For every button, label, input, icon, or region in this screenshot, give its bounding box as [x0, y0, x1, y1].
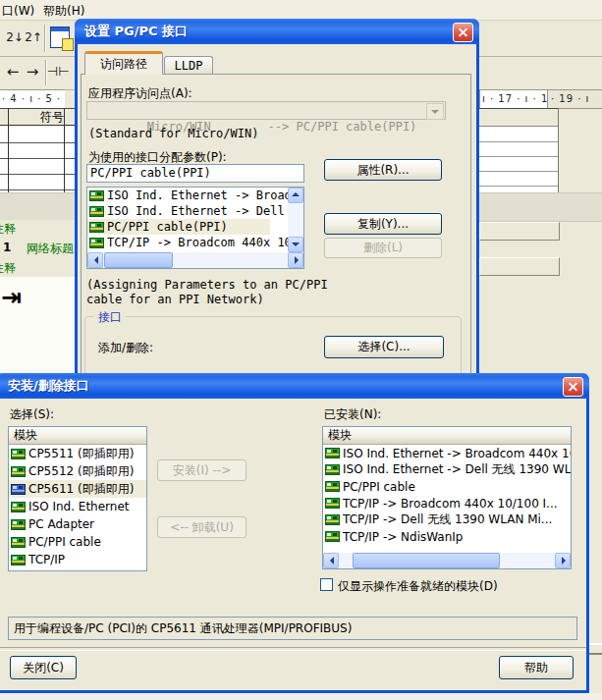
network-card-icon	[11, 555, 26, 565]
install-button[interactable]: 安装(I) -->	[157, 459, 246, 481]
ruler-right-b: · 19 · ı	[547, 89, 602, 109]
network-card-icon	[325, 448, 340, 458]
network-card-icon	[11, 519, 26, 530]
available-modules-listbox[interactable]: 模块 CP5511 (即插即用) CP5512 (即插即用) CP5611 (即…	[8, 426, 147, 571]
comment-row-right	[479, 257, 560, 276]
list-item[interactable]: PC/PPI cable	[9, 533, 146, 551]
app-access-point-combobox: Micro/WIN --> PC/PPI cable(PPI)	[86, 101, 446, 120]
module-column-header[interactable]: 模块	[323, 427, 571, 445]
network-card-icon-selected	[11, 484, 26, 495]
screen: 口(W) 帮助(H) 2↓ 2↑ ← → ⊣⊢ · 4 · ı · 5 · ı …	[0, 0, 602, 700]
select-button[interactable]: 选择(C)...	[324, 336, 444, 358]
symbol-table: 符号	[0, 108, 75, 193]
show-ready-checkbox-label[interactable]: 仅显示操作准备就绪的模块(D)	[338, 578, 498, 595]
copy-button[interactable]: 复制(Y)...	[324, 213, 442, 235]
arrow-right-icon[interactable]: →	[23, 62, 42, 81]
list-item[interactable]: PC/PPI cable	[323, 478, 571, 495]
menu-item-help[interactable]: 帮助(H)	[43, 3, 84, 20]
network-card-icon	[325, 464, 340, 475]
tab-lldp[interactable]: LLDP	[164, 56, 213, 75]
help-button[interactable]: 帮助	[499, 656, 574, 679]
list-item[interactable]: PC Adapter	[9, 515, 146, 533]
scroll-right-icon[interactable]	[555, 553, 571, 568]
app-access-point-label: 应用程序访问点(A):	[88, 85, 192, 102]
list-item[interactable]: ISO Ind. Ethernet -> Dell 无线 1390 WLAN M…	[323, 461, 571, 478]
select-label: 选择(S):	[10, 406, 54, 423]
ruler-left: · 4 · ı · 5 · ı	[0, 89, 65, 109]
dialog1-body: 访问路径 LLDP 应用程序访问点(A): Micro/WIN --> PC/P…	[78, 44, 476, 377]
params-input[interactable]: PC/PPI cable(PPI)	[86, 164, 304, 183]
scrollbar-thumb[interactable]	[104, 252, 173, 268]
list-item[interactable]: TCP/IP	[9, 551, 146, 568]
interface-listbox[interactable]: ISO Ind. Ethernet -> Broadcc ISO Ind. Et…	[86, 187, 304, 269]
properties-button[interactable]: 属性(R)...	[324, 159, 442, 181]
list-item[interactable]: ISO Ind. Ethernet -> Dell 无	[87, 203, 303, 219]
dialog1-title: 设置 PG/PC 接口	[75, 24, 188, 38]
list-item[interactable]: CP5512 (即插即用)	[9, 462, 146, 480]
dialog2-body: 选择(S): 已安装(N): 模块 CP5511 (即插即用) CP5512 (…	[0, 399, 586, 690]
dialog2-close-icon[interactable]	[563, 377, 583, 397]
list-item[interactable]: TCP/IP -> Broadcom 440x 10/100 I...	[323, 495, 571, 512]
sort-ascending-icon[interactable]: 2↑	[24, 27, 43, 47]
network-card-icon	[325, 514, 340, 525]
module-column-header[interactable]: 模块	[9, 427, 146, 445]
network-card-icon	[325, 531, 340, 542]
list-item[interactable]: TCP/IP -> Dell 无线 1390 WLAN Mi...	[323, 512, 571, 528]
network-card-icon	[11, 537, 26, 548]
dialog2-titlebar[interactable]: 安装/删除接口	[0, 373, 589, 399]
scroll-up-icon[interactable]	[288, 188, 303, 203]
vertical-scrollbar[interactable]	[288, 188, 303, 252]
tab-access-path[interactable]: 访问路径	[84, 51, 163, 75]
network-card-icon	[325, 498, 340, 509]
network-title-row: 1 网络标题	[0, 239, 75, 257]
add-remove-label: 添加/删除:	[98, 340, 153, 356]
ruler-right-a: ı · 17 · ı · 18 ·	[479, 89, 547, 109]
list-item[interactable]: ISO Ind. Ethernet -> Broadcc	[87, 188, 303, 203]
chevron-down-icon	[426, 103, 444, 120]
installed-modules-listbox[interactable]: 模块 ISO Ind. Ethernet -> Broadcom 440x 10…	[322, 426, 572, 569]
scrollbar-thumb[interactable]	[353, 553, 500, 568]
list-item-selected[interactable]: CP5611 (即插即用)	[9, 480, 146, 498]
close-button[interactable]: 关闭(C)	[10, 656, 77, 679]
background-edge	[587, 638, 602, 662]
arrow-left-icon[interactable]: ←	[3, 62, 23, 81]
network-card-icon	[89, 238, 104, 248]
horizontal-scrollbar[interactable]	[87, 252, 303, 268]
scroll-right-icon[interactable]	[288, 252, 303, 268]
menu-bar: 口(W) 帮助(H)	[0, 0, 602, 21]
window-copy-icon[interactable]	[50, 27, 70, 48]
dialog1-titlebar[interactable]: 设置 PG/PC 接口	[75, 19, 479, 44]
list-item[interactable]: ISO Ind. Ethernet -> Broadcom 440x 10/10…	[323, 445, 571, 461]
scroll-left-icon[interactable]	[323, 553, 339, 568]
uninstall-button[interactable]: <-- 卸载(U)	[157, 516, 246, 538]
network-card-icon	[11, 449, 26, 459]
list-item[interactable]: TCP/IP -> NdisWanIp	[323, 528, 571, 545]
network-card-icon	[89, 190, 104, 201]
list-item[interactable]: CP5511 (即插即用)	[9, 445, 146, 462]
contact-icon[interactable]: ⊣⊢	[47, 62, 67, 81]
installed-label: 已安装(N):	[324, 406, 381, 423]
show-ready-checkbox[interactable]	[320, 578, 333, 591]
menu-item-window[interactable]: 口(W)	[2, 3, 34, 20]
horizontal-scrollbar[interactable]	[323, 553, 571, 568]
comment-row: 注释	[0, 220, 75, 237]
dialog-install-remove-interfaces: 安装/删除接口 选择(S): 已安装(N): 模块 CP5511 (即插即用) …	[0, 373, 589, 693]
toolbar-separator	[44, 25, 46, 52]
network-card-icon	[89, 206, 104, 217]
delete-button[interactable]: 删除(L)	[324, 238, 442, 258]
interface-group-label: 接口	[94, 309, 126, 326]
network-card-icon	[11, 502, 26, 512]
dialog-set-pgpc-interface: 设置 PG/PC 接口 访问路径 LLDP 应用程序访问点(A): Micro/…	[75, 19, 479, 380]
ladder-editor[interactable]: ⇥	[0, 277, 75, 373]
network-title[interactable]: 网络标题	[27, 241, 74, 257]
sort-descending-icon[interactable]: 2↓	[5, 27, 25, 47]
scroll-down-icon[interactable]	[288, 237, 303, 252]
bottom-strip	[0, 693, 602, 700]
list-item[interactable]: TCP/IP -> Broadcom 440x 10/1	[87, 235, 303, 250]
dialog1-close-icon[interactable]	[453, 23, 473, 42]
comment-row-2: 注释	[0, 259, 75, 276]
list-item[interactable]: ISO Ind. Ethernet	[9, 498, 146, 515]
list-item-selected[interactable]: PC/PPI cable(PPI)	[87, 219, 270, 235]
scroll-left-icon[interactable]	[87, 252, 103, 268]
network-number: 1	[3, 241, 11, 254]
